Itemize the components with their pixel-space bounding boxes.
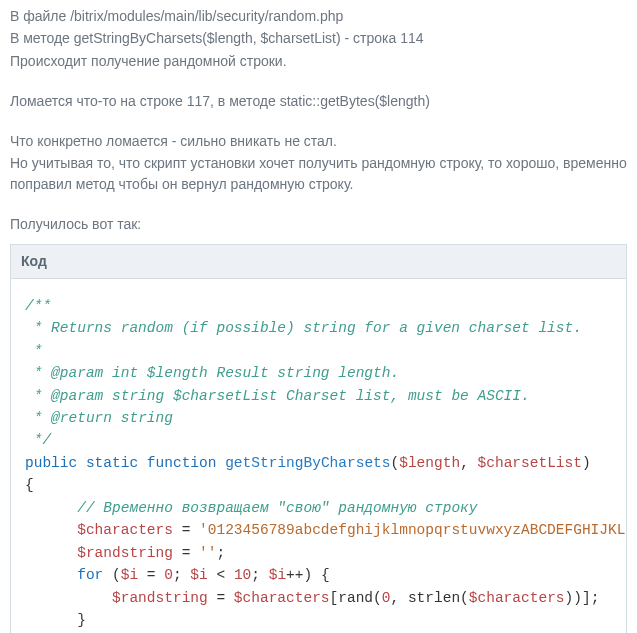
code-token: $characters <box>469 590 565 606</box>
code-token: $length <box>399 455 460 471</box>
code-token: '0123456789abcdefghijklmnopqrstuvwxyzABC… <box>199 522 626 538</box>
code-token: = <box>173 522 199 538</box>
code-block-body: /** * Returns random (if possible) strin… <box>11 279 626 633</box>
code-token <box>25 500 77 516</box>
code-token: /** <box>25 298 51 314</box>
code-token: string $charsetList Charset list, must b… <box>103 388 529 404</box>
post-line: Но учитывая то, что скрипт установки хоч… <box>10 153 627 194</box>
code-token: $i <box>190 567 207 583</box>
code-token: strlen <box>408 590 460 606</box>
code-token: @param <box>51 388 103 404</box>
code-token: * <box>25 388 51 404</box>
code-token: 0 <box>164 567 173 583</box>
post-line: В файле /bitrix/modules/main/lib/securit… <box>10 6 627 26</box>
code-token: @param <box>51 365 103 381</box>
code-token <box>216 455 225 471</box>
code-token: // Временно возвращаем "свою" рандомную … <box>77 500 477 516</box>
code-token: @return <box>51 410 112 426</box>
blank-line <box>10 113 627 129</box>
code-token: * <box>25 410 51 426</box>
code-token: ) <box>582 455 591 471</box>
blank-line <box>10 196 627 212</box>
code-token: ( <box>460 590 469 606</box>
code-token: ; <box>173 567 190 583</box>
code-token: */ <box>25 432 51 448</box>
code-token: $randstring <box>77 545 173 561</box>
code-token: getStringByCharsets <box>225 455 390 471</box>
code-token: * <box>25 365 51 381</box>
code-token: 10 <box>234 567 251 583</box>
code-token: string <box>112 410 173 426</box>
code-token: , <box>460 455 477 471</box>
blank-line <box>10 73 627 89</box>
code-token: = <box>173 545 199 561</box>
code-token: = <box>138 567 164 583</box>
code-token <box>138 455 147 471</box>
code-token: ( <box>391 455 400 471</box>
code-token: public <box>25 455 77 471</box>
code-token: '' <box>199 545 216 561</box>
code-token: } <box>77 612 86 628</box>
code-token: < <box>208 567 234 583</box>
code-token: , <box>390 590 407 606</box>
code-token: [ <box>330 590 339 606</box>
code-block-header: Код <box>11 245 626 278</box>
code-token: static <box>86 455 138 471</box>
code-token: int $length Result string length. <box>103 365 399 381</box>
code-token: rand <box>338 590 373 606</box>
code-token: ; <box>216 545 225 561</box>
code-token: $characters <box>234 590 330 606</box>
code-token <box>25 590 112 606</box>
post-line: Что конкретно ломается - сильно вникать … <box>10 131 627 151</box>
post-line: Получилось вот так: <box>10 214 627 234</box>
post-line: Происходит получение рандомной строки. <box>10 51 627 71</box>
code-token <box>25 545 77 561</box>
code-token: = <box>208 590 234 606</box>
code-token <box>25 612 77 628</box>
code-token: { <box>25 477 34 493</box>
post-line: Ломается что-то на строке 117, в методе … <box>10 91 627 111</box>
code-token: ( <box>103 567 120 583</box>
code-token: ++) { <box>286 567 330 583</box>
code-token: ; <box>251 567 268 583</box>
code-token: ))]; <box>565 590 600 606</box>
code-token: $randstring <box>112 590 208 606</box>
code-token: function <box>147 455 217 471</box>
code-token: $i <box>269 567 286 583</box>
code-token: for <box>77 567 103 583</box>
code-token: ( <box>373 590 382 606</box>
code-token: * Returns random (if possible) string fo… <box>25 320 582 336</box>
code-token <box>77 455 86 471</box>
code-token <box>25 522 77 538</box>
code-token: $characters <box>77 522 173 538</box>
code-block: Код /** * Returns random (if possible) s… <box>10 244 627 633</box>
code-token <box>25 567 77 583</box>
code-token: * <box>25 343 42 359</box>
forum-post: В файле /bitrix/modules/main/lib/securit… <box>0 0 637 633</box>
code-token: $charsetList <box>478 455 582 471</box>
code-token: $i <box>121 567 138 583</box>
post-line: В методе getStringByCharsets($length, $c… <box>10 28 627 48</box>
